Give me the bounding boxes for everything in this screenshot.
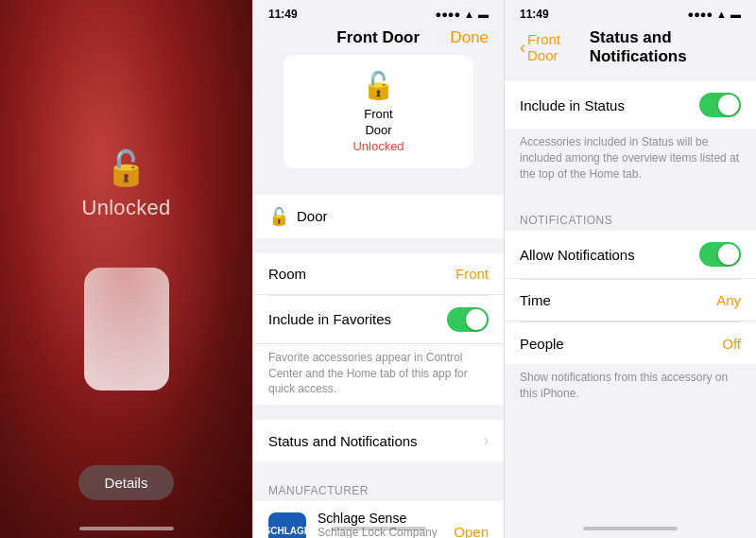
include-status-toggle[interactable] — [699, 93, 741, 117]
time-value: Any — [716, 292, 741, 308]
status-bar-notif: 11:49 ●●●● ▲ ▬ — [505, 0, 756, 25]
status-bar: 11:49 ●●●● ▲ ▬ — [253, 0, 504, 25]
manufacturer-info: Schlage Sense Schlage Lock Company INSTA… — [318, 511, 442, 538]
manufacturer-name: Schlage Sense — [318, 511, 442, 526]
include-status-label: Include in Status — [520, 97, 625, 113]
door-unlock-icon: 🔓 — [362, 70, 395, 101]
chevron-icon: › — [484, 432, 489, 449]
favorites-note: Favorite accessories appear in Control C… — [253, 344, 504, 405]
separator-top — [505, 74, 756, 81]
home-indicator-door — [332, 527, 426, 530]
allow-notifications-row[interactable]: Allow Notifications — [505, 231, 756, 279]
door-card-status: Unlocked — [352, 139, 404, 153]
door-header-row: 🔓 Door — [253, 195, 504, 238]
door-card: 🔓 Front Door Unlocked — [284, 55, 473, 168]
manufacturer-section: SCHLAGE Schlage Sense Schlage Lock Compa… — [253, 501, 504, 538]
separator-notif — [505, 191, 756, 206]
notifications-header: NOTIFICATIONS — [505, 206, 756, 231]
separator3 — [253, 461, 504, 477]
status-bar-time: 11:49 — [268, 8, 298, 21]
allow-notifications-toggle[interactable] — [699, 242, 741, 267]
home-indicator-notif — [583, 527, 678, 530]
include-status-toggle-knob — [718, 95, 739, 115]
settings-section: Room Front Include in Favorites Favorite… — [253, 253, 504, 405]
back-label: Front Door — [527, 31, 582, 63]
people-value: Off — [722, 336, 741, 352]
favorites-toggle-knob — [466, 309, 487, 330]
status-bar-right: ●●●● ▲ ▬ — [436, 9, 489, 20]
notif-bottom-note: Show notifications from this accessory o… — [505, 364, 756, 411]
door-section-label: Door — [297, 208, 328, 224]
room-value: Front — [455, 266, 489, 282]
wifi-icon-notif: ▲ — [716, 9, 727, 20]
people-row[interactable]: People Off — [505, 322, 756, 364]
allow-notifications-label: Allow Notifications — [520, 247, 635, 263]
lock-body-graphic — [84, 268, 169, 390]
wifi-icon: ▲ — [464, 9, 474, 20]
notif-navigation-bar: ‹ Front Door Status and Notifications — [505, 25, 756, 74]
notifications-section: Allow Notifications Time Any People Off — [505, 231, 756, 364]
back-button[interactable]: ‹ Front Door — [520, 31, 582, 63]
status-bar-right-notif: ●●●● ▲ ▬ — [688, 9, 741, 20]
status-notifications-panel: 11:49 ●●●● ▲ ▬ ‹ Front Door Status and N… — [505, 0, 756, 538]
door-section-icon: 🔓 — [268, 206, 289, 227]
door-settings-content: 🔓 Front Door Unlocked 🔓 Door Ro — [253, 55, 504, 538]
front-door-settings-panel: 11:49 ●●●● ▲ ▬ Front Door Done 🔓 Front D… — [252, 0, 505, 538]
nav-title: Front Door — [336, 28, 420, 47]
favorites-row[interactable]: Include in Favorites — [253, 296, 504, 344]
include-status-section: Include in Status — [505, 81, 756, 129]
manufacturer-row[interactable]: SCHLAGE Schlage Sense Schlage Lock Compa… — [253, 501, 504, 538]
room-label: Room — [268, 266, 306, 282]
separator1 — [253, 238, 504, 253]
navigation-bar: Front Door Done — [253, 25, 504, 55]
notif-nav-title: Status and Notifications — [590, 28, 741, 66]
include-status-note: Accessories included in Status will be i… — [505, 129, 756, 191]
signal-icon: ●●●● — [436, 9, 461, 20]
status-bar-time-notif: 11:49 — [520, 8, 549, 21]
people-label: People — [520, 336, 564, 352]
battery-icon-notif: ▬ — [730, 9, 741, 20]
favorites-toggle[interactable] — [447, 307, 489, 332]
unlock-icon: 🔓 — [105, 148, 147, 188]
back-chevron-icon: ‹ — [520, 38, 525, 58]
allow-notifications-knob — [718, 244, 739, 265]
door-card-label: Front Door — [364, 107, 392, 139]
unlock-status-text: Unlocked — [81, 196, 170, 220]
room-row[interactable]: Room Front — [253, 253, 504, 295]
favorites-label: Include in Favorites — [268, 311, 391, 327]
time-label: Time — [520, 292, 551, 308]
lock-screen-panel: 🔓 Unlocked Details — [0, 0, 252, 538]
lock-status-area: 🔓 Unlocked — [81, 148, 170, 220]
home-indicator — [79, 527, 174, 530]
details-button[interactable]: Details — [78, 465, 175, 500]
manufacturer-header: MANUFACTURER — [253, 477, 504, 501]
status-notifications-section: Status and Notifications › — [253, 420, 504, 461]
done-button[interactable]: Done — [450, 28, 489, 47]
door-icon-group: 🔓 — [362, 70, 395, 101]
manufacturer-logo: SCHLAGE — [268, 512, 306, 538]
status-notifications-row[interactable]: Status and Notifications › — [253, 420, 504, 461]
door-section: 🔓 Door — [253, 195, 504, 238]
time-row[interactable]: Time Any — [505, 280, 756, 321]
separator2 — [253, 405, 504, 420]
manufacturer-open-button[interactable]: Open — [454, 524, 489, 538]
battery-icon: ▬ — [478, 9, 489, 20]
include-status-row[interactable]: Include in Status — [505, 81, 756, 129]
signal-icon-notif: ●●●● — [688, 9, 713, 20]
status-notifications-label: Status and Notifications — [268, 433, 418, 449]
